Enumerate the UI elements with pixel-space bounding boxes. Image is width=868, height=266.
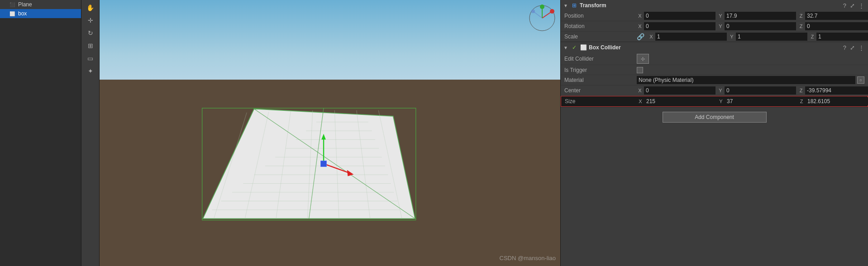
scene-gizmo [529, 5, 556, 32]
size-y-label: Y [718, 99, 724, 104]
center-y-input[interactable] [725, 86, 796, 95]
rotation-z-label: Z [798, 24, 804, 29]
scale-x-input[interactable] [655, 33, 727, 41]
center-x-group: X [637, 86, 715, 95]
transform-toggle-icon: ▼ [563, 3, 569, 8]
position-z-group: Z [798, 12, 868, 20]
center-y-group: Y [717, 86, 796, 95]
size-x-input[interactable] [644, 97, 716, 105]
position-z-input[interactable] [805, 12, 868, 20]
transform-header[interactable]: ▼ ⊞ Transform ? ⤢ ⋮ [561, 0, 868, 11]
scale-lock-icon: 🔗 [637, 33, 644, 40]
center-z-input[interactable] [805, 86, 868, 95]
scale-z-input[interactable] [816, 33, 868, 41]
sidebar-item-plane-label: Plane [18, 1, 32, 8]
size-y-group: Y [718, 97, 796, 105]
scale-y-input[interactable] [736, 33, 807, 41]
center-x-input[interactable] [644, 86, 715, 95]
move-tool-button[interactable]: ✛ [84, 14, 97, 26]
box-collider-icon: ⬜ [580, 44, 587, 51]
sky-background [100, 0, 560, 93]
scene-hierarchy: ⬛ Plane ⬜ box [0, 0, 81, 266]
position-row: Position X Y Z [561, 11, 868, 21]
watermark: CSDN @manson-liao [500, 255, 556, 261]
size-label: Size [565, 98, 637, 104]
scene-viewport[interactable]: CSDN @manson-liao [100, 0, 560, 266]
add-component-row: Add Component [561, 107, 868, 127]
position-fields: X Y Z [637, 12, 868, 20]
position-x-input[interactable] [644, 12, 715, 20]
svg-point-31 [540, 5, 544, 9]
svg-point-29 [550, 9, 554, 14]
box-collider-section: ▼ ✓ ⬜ Box Collider ? ⤢ ⋮ Edit Collider ⊹ [561, 42, 868, 107]
sidebar-item-plane[interactable]: ⬛ Plane [0, 0, 81, 9]
is-trigger-field [637, 67, 864, 73]
scale-x-label: X [648, 34, 654, 39]
edit-collider-field: ⊹ [637, 54, 864, 64]
position-label: Position [564, 13, 637, 19]
rotation-fields: X Y Z [637, 22, 868, 30]
box-icon: ⬜ [9, 10, 15, 17]
scale-z-label: Z [809, 34, 816, 39]
material-value: None (Physic Material) [639, 77, 693, 83]
edit-collider-btn-icon: ⊹ [641, 56, 645, 62]
transform-menu-icon[interactable]: ⋮ [858, 2, 865, 9]
svg-rect-26 [321, 161, 327, 167]
viewport-toolbar: ✋ ✛ ↻ ⊞ ▭ ✦ [81, 0, 100, 266]
center-z-label: Z [798, 88, 804, 93]
transform-expand-icon[interactable]: ⤢ [849, 2, 856, 9]
size-x-label: X [637, 99, 644, 104]
rotation-x-input[interactable] [644, 22, 715, 30]
box-collider-check-icon[interactable]: ✓ [571, 44, 578, 51]
position-y-group: Y [717, 12, 796, 20]
transform-icon: ⊞ [571, 2, 578, 9]
position-y-label: Y [717, 13, 724, 19]
center-z-group: Z [798, 86, 868, 95]
scale-tool-button[interactable]: ⊞ [84, 40, 97, 52]
center-x-label: X [637, 88, 643, 93]
scale-fields: 🔗 X Y Z [637, 33, 868, 41]
scale-y-label: Y [729, 34, 735, 39]
rotation-label: Rotation [564, 23, 637, 29]
rotation-x-label: X [637, 24, 643, 29]
size-y-input[interactable] [725, 97, 796, 105]
box-collider-help-icon[interactable]: ? [842, 44, 847, 51]
is-trigger-label: Is Trigger [564, 67, 637, 73]
scale-label: Scale [564, 33, 637, 40]
material-row: Material None (Physic Material) ○ [561, 75, 868, 86]
size-fields: X Y Z [637, 97, 868, 105]
rotate-tool-button[interactable]: ↻ [84, 27, 97, 39]
position-x-group: X [637, 12, 715, 20]
plane-3d-object [136, 80, 482, 226]
is-trigger-checkbox[interactable] [637, 67, 643, 73]
sidebar-item-box[interactable]: ⬜ box [0, 9, 81, 18]
edit-collider-button[interactable]: ⊹ [637, 54, 649, 64]
center-label: Center [564, 87, 637, 94]
plane-icon: ⬛ [9, 1, 15, 8]
position-z-label: Z [798, 13, 804, 19]
size-z-input[interactable] [806, 97, 868, 105]
edit-collider-label: Edit Collider [564, 56, 637, 62]
rotation-y-group: Y [717, 22, 796, 30]
transform-help-icon[interactable]: ? [842, 2, 847, 9]
scale-z-group: Z [809, 33, 868, 41]
hand-tool-button[interactable]: ✋ [84, 2, 97, 14]
rotation-z-input[interactable] [805, 22, 868, 30]
transform-section: ▼ ⊞ Transform ? ⤢ ⋮ Position X [561, 0, 868, 42]
material-picker-button[interactable]: ○ [857, 76, 864, 84]
transform-tool-button[interactable]: ✦ [84, 65, 97, 77]
transform-title: Transform [580, 2, 840, 9]
position-y-input[interactable] [725, 12, 796, 20]
rect-tool-button[interactable]: ▭ [84, 52, 97, 64]
material-value-field[interactable]: None (Physic Material) [637, 76, 855, 84]
box-collider-toggle-icon: ▼ [563, 45, 569, 50]
scale-x-group: X [648, 33, 727, 41]
box-collider-header[interactable]: ▼ ✓ ⬜ Box Collider ? ⤢ ⋮ [561, 42, 868, 53]
svg-point-33 [531, 10, 535, 13]
position-x-label: X [637, 13, 643, 19]
box-collider-menu-icon[interactable]: ⋮ [858, 44, 865, 51]
box-collider-expand-icon[interactable]: ⤢ [849, 44, 856, 51]
add-component-button[interactable]: Add Component [663, 112, 767, 123]
rotation-y-input[interactable] [725, 22, 796, 30]
sidebar-item-box-label: box [18, 10, 27, 17]
